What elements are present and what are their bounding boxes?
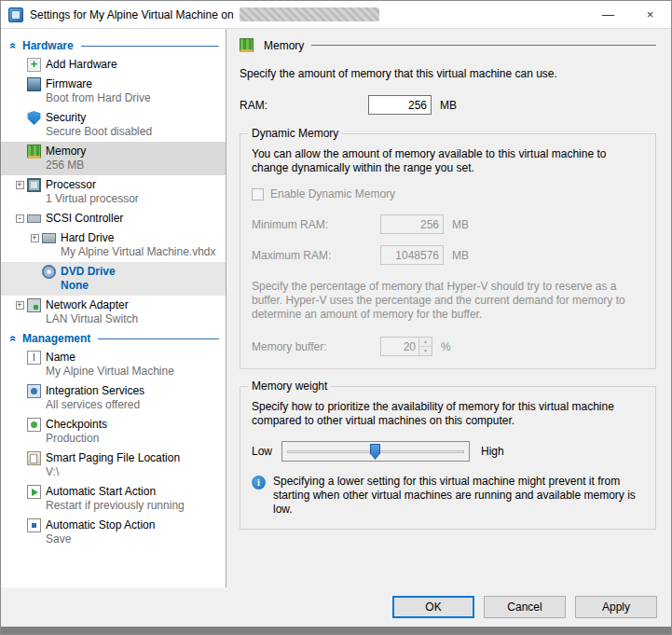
expand-plus-icon[interactable]: + xyxy=(31,234,39,242)
window-bottom-edge xyxy=(1,627,671,634)
memory-weight-slider-row: Low High xyxy=(252,441,644,462)
firmware-icon xyxy=(27,77,41,91)
add-hardware-icon xyxy=(27,58,41,72)
sidebar-item-network-adapter[interactable]: + Network Adapter LAN Virtual Switch xyxy=(1,296,226,329)
auto-start-icon xyxy=(27,485,41,499)
header-rule xyxy=(311,45,656,46)
section-header-hardware[interactable]: « Hardware xyxy=(1,36,226,55)
panel-header: Memory xyxy=(240,38,656,52)
maximum-ram-row: Maximum RAM: 1048576 MB xyxy=(252,245,644,265)
dialog-footer: OK Cancel Apply xyxy=(1,587,671,627)
dvd-disc-icon xyxy=(42,265,56,279)
dynamic-memory-title: Dynamic Memory xyxy=(248,127,342,140)
settings-window: Settings for My Alpine Virtual Machine o… xyxy=(0,0,672,635)
ram-row: RAM: 256 MB xyxy=(240,95,656,115)
auto-stop-icon xyxy=(27,518,41,532)
title-bar: Settings for My Alpine Virtual Machine o… xyxy=(1,1,671,29)
panel-title: Memory xyxy=(264,39,304,52)
memory-buffer-row: Memory buffer: 20 ▲ ▼ % xyxy=(252,337,644,356)
spin-up-icon: ▲ xyxy=(419,338,432,347)
minimum-ram-input: 256 xyxy=(380,214,444,234)
minimize-button[interactable]: — xyxy=(587,1,629,28)
hard-drive-icon xyxy=(42,233,56,243)
ram-input[interactable]: 256 xyxy=(368,95,432,115)
sidebar-item-hard-drive[interactable]: + Hard Drive My Alpine Virtual Machine.v… xyxy=(1,228,226,262)
enable-dynamic-memory-row: Enable Dynamic Memory xyxy=(252,187,644,200)
redacted-host-name xyxy=(240,7,379,21)
expand-plus-icon[interactable]: + xyxy=(16,301,24,310)
memory-buffer-desc: Specify the percentage of memory that Hy… xyxy=(252,280,644,322)
minimum-ram-label: Minimum RAM: xyxy=(252,218,380,231)
settings-tree: « Hardware Add Hardware Firmware Boot fr… xyxy=(1,29,226,587)
sidebar-item-name[interactable]: Name My Alpine Virtual Machine xyxy=(1,348,226,381)
checkpoints-icon xyxy=(27,418,41,432)
memory-weight-title: Memory weight xyxy=(248,380,331,393)
ram-label: RAM: xyxy=(240,99,368,112)
memory-weight-slider[interactable] xyxy=(281,441,470,462)
dialog-body: « Hardware Add Hardware Firmware Boot fr… xyxy=(1,29,671,587)
sidebar-item-scsi-controller[interactable]: - SCSI Controller xyxy=(1,209,226,228)
maximum-ram-input: 1048576 xyxy=(380,245,444,265)
smart-paging-icon xyxy=(27,451,41,465)
memory-icon xyxy=(240,38,254,52)
sidebar-item-processor[interactable]: + Processor 1 Virtual processor xyxy=(1,175,226,209)
close-button[interactable]: × xyxy=(629,1,671,28)
sidebar-item-dvd-drive[interactable]: DVD Drive None xyxy=(1,262,226,296)
dynamic-memory-group: Dynamic Memory You can allow the amount … xyxy=(240,133,656,369)
collapse-chevron-icon: « xyxy=(7,333,20,344)
apply-button[interactable]: Apply xyxy=(575,596,657,618)
security-shield-icon xyxy=(27,111,41,125)
sidebar-item-security[interactable]: Security Secure Boot disabled xyxy=(1,108,226,142)
maximum-ram-unit: MB xyxy=(452,249,469,262)
processor-icon xyxy=(27,178,41,192)
maximum-ram-label: Maximum RAM: xyxy=(252,249,380,262)
memory-icon xyxy=(27,145,41,159)
slider-low-label: Low xyxy=(252,445,272,458)
network-adapter-icon xyxy=(27,298,41,312)
ok-button[interactable]: OK xyxy=(392,596,474,618)
spin-down-icon: ▼ xyxy=(419,347,432,355)
integration-services-icon xyxy=(27,384,41,398)
sidebar-item-auto-start[interactable]: Automatic Start Action Restart if previo… xyxy=(1,482,226,516)
sidebar-item-auto-stop[interactable]: Automatic Stop Action Save xyxy=(1,516,226,549)
sidebar-item-add-hardware[interactable]: Add Hardware xyxy=(1,55,226,75)
enable-dynamic-memory-checkbox xyxy=(252,188,264,200)
memory-settings-panel: Memory Specify the amount of memory that… xyxy=(226,29,671,587)
sidebar-item-checkpoints[interactable]: Checkpoints Production xyxy=(1,415,226,449)
sidebar-item-smart-paging[interactable]: Smart Paging File Location V:\ xyxy=(1,449,226,482)
expand-plus-icon[interactable]: + xyxy=(16,181,24,189)
memory-weight-info-text: Specifying a lower setting for this virt… xyxy=(273,475,644,517)
minimum-ram-unit: MB xyxy=(452,218,469,231)
enable-dynamic-memory-label: Enable Dynamic Memory xyxy=(270,187,395,200)
minimum-ram-row: Minimum RAM: 256 MB xyxy=(252,214,644,234)
collapse-chevron-icon: « xyxy=(7,40,20,51)
scsi-controller-icon xyxy=(27,214,41,223)
memory-weight-info-row: i Specifying a lower setting for this vi… xyxy=(252,475,644,517)
collapse-minus-icon[interactable]: - xyxy=(16,214,24,223)
slider-thumb[interactable] xyxy=(370,444,380,460)
sidebar-item-firmware[interactable]: Firmware Boot from Hard Drive xyxy=(1,75,226,108)
cancel-button[interactable]: Cancel xyxy=(484,596,566,618)
section-rule xyxy=(98,338,219,339)
sidebar-item-integration-services[interactable]: Integration Services All services offere… xyxy=(1,381,226,415)
dynamic-memory-desc: You can allow the amount of memory avail… xyxy=(252,147,644,175)
ram-unit: MB xyxy=(440,99,457,112)
section-rule xyxy=(81,46,219,47)
name-tag-icon xyxy=(27,351,41,365)
memory-intro-text: Specify the amount of memory that this v… xyxy=(240,67,656,80)
memory-weight-desc: Specify how to prioritize the availabili… xyxy=(252,400,644,428)
slider-high-label: High xyxy=(481,445,504,458)
window-title: Settings for My Alpine Virtual Machine o… xyxy=(30,8,234,21)
section-header-management[interactable]: « Management xyxy=(1,329,226,348)
info-icon: i xyxy=(252,476,266,490)
memory-weight-group: Memory weight Specify how to prioritize … xyxy=(240,386,656,530)
memory-buffer-input: 20 ▲ ▼ xyxy=(380,337,432,356)
sidebar-item-memory[interactable]: Memory 256 MB xyxy=(1,142,226,175)
memory-buffer-unit: % xyxy=(441,340,451,353)
app-icon xyxy=(8,7,23,22)
memory-buffer-label: Memory buffer: xyxy=(252,340,380,353)
